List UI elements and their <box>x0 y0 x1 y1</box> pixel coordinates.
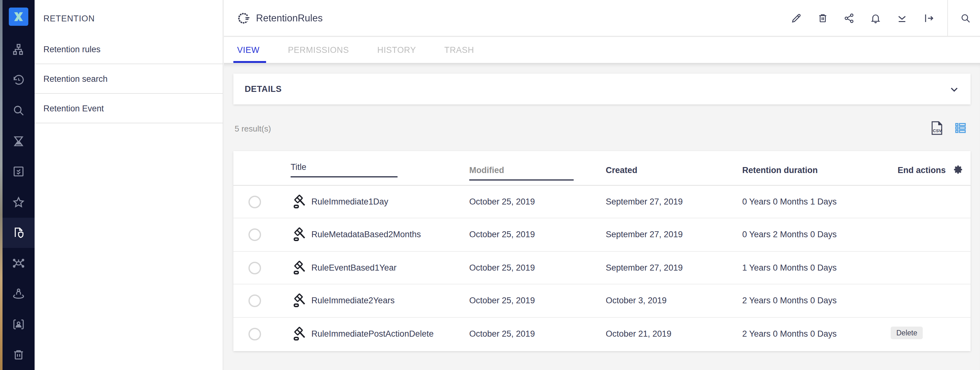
trash-icon[interactable] <box>3 340 35 370</box>
sidebar-item-retention-rules[interactable]: Retention rules <box>35 35 223 64</box>
retention-rule-gavel-icon <box>293 228 308 242</box>
rule-modified: October 25, 2019 <box>469 230 535 239</box>
retention-sidebar: RETENTION Retention rules Retention sear… <box>35 0 223 370</box>
rule-modified: October 25, 2019 <box>469 329 535 338</box>
results-table: Title Modified Created Retention duratio… <box>233 151 970 351</box>
table-row[interactable]: RuleMetadataBased2Months October 25, 201… <box>233 218 970 252</box>
results-toolbar: 5 result(s) CSV <box>235 123 970 135</box>
rule-title[interactable]: RuleImmediate2Years <box>311 296 395 305</box>
content-area: DETAILS 5 result(s) CSV Title Modified C… <box>224 63 980 370</box>
page-title: RetentionRules <box>256 12 323 24</box>
end-action-badge: Delete <box>891 326 923 339</box>
profile-card-icon[interactable] <box>3 309 35 340</box>
row-select-radio[interactable] <box>248 327 261 340</box>
table-row[interactable]: RuleEventBased1Year October 25, 2019 Sep… <box>233 252 970 285</box>
rule-title[interactable]: RuleMetadataBased2Months <box>311 230 421 239</box>
sidebar-title: RETENTION <box>35 0 223 35</box>
app-rail <box>3 0 35 370</box>
tab-trash[interactable]: TRASH <box>444 37 474 63</box>
document-header: RetentionRules <box>224 0 980 37</box>
favorites-star-icon[interactable] <box>3 187 35 217</box>
row-select-radio[interactable] <box>248 295 261 307</box>
user-location-icon[interactable] <box>3 278 35 309</box>
details-accordion[interactable]: DETAILS <box>233 73 970 104</box>
retention-rule-gavel-icon <box>293 293 308 308</box>
tasks-icon[interactable] <box>3 156 35 187</box>
sidebar-item-retention-search[interactable]: Retention search <box>35 64 223 94</box>
retention-rule-gavel-icon <box>293 260 308 276</box>
table-header-row: Title Modified Created Retention duratio… <box>233 151 970 186</box>
rule-modified: October 25, 2019 <box>469 263 535 273</box>
tab-history[interactable]: HISTORY <box>377 37 416 63</box>
edit-pencil-icon[interactable] <box>791 13 802 24</box>
export-icon[interactable] <box>923 13 934 24</box>
history-icon[interactable] <box>3 65 35 95</box>
rule-duration: 2 Years 0 Months 0 Days <box>742 296 837 305</box>
rule-duration: 0 Years 0 Months 1 Days <box>742 197 837 206</box>
search-icon[interactable] <box>3 95 35 126</box>
column-settings-gear-icon[interactable] <box>953 164 964 175</box>
rule-duration: 1 Years 0 Months 0 Days <box>742 263 837 273</box>
column-header-retention-duration[interactable]: Retention duration <box>742 166 818 175</box>
workflow-network-icon[interactable] <box>3 248 35 278</box>
chevron-down-icon <box>949 84 959 94</box>
rule-modified: October 25, 2019 <box>469 197 535 206</box>
retention-shield-doc-icon[interactable] <box>3 217 35 248</box>
delete-trash-icon[interactable] <box>817 13 829 24</box>
table-row[interactable]: RuleImmediate1Day October 25, 2019 Septe… <box>233 186 970 218</box>
table-row[interactable]: RuleImmediatePostActionDelete October 25… <box>233 317 970 351</box>
rule-created: October 3, 2019 <box>606 296 667 305</box>
main-panel: RetentionRules VIEW PERMISSIONS HISTORY … <box>224 0 980 370</box>
tab-view[interactable]: VIEW <box>237 37 259 63</box>
column-header-modified[interactable]: Modified <box>469 166 574 180</box>
result-count: 5 result(s) <box>235 124 271 133</box>
header-divider <box>947 0 948 36</box>
row-select-radio[interactable] <box>248 196 261 208</box>
notifications-bell-icon[interactable] <box>870 13 881 24</box>
rule-title[interactable]: RuleImmediate1Day <box>311 197 388 206</box>
share-icon[interactable] <box>843 13 855 24</box>
column-header-title[interactable]: Title <box>291 162 398 177</box>
document-tabs: VIEW PERMISSIONS HISTORY TRASH <box>224 37 980 63</box>
tab-permissions[interactable]: PERMISSIONS <box>288 37 349 63</box>
table-view-icon[interactable] <box>954 121 967 134</box>
export-csv-icon[interactable]: CSV <box>931 121 943 135</box>
table-row[interactable]: RuleImmediate2Years October 25, 2019 Oct… <box>233 284 970 317</box>
rule-created: September 27, 2019 <box>606 263 683 273</box>
download-icon[interactable] <box>896 13 908 24</box>
svg-text:CSV: CSV <box>933 128 942 133</box>
hourglass-icon[interactable] <box>3 126 35 156</box>
document-actions <box>791 0 934 37</box>
global-search-icon[interactable] <box>960 13 971 24</box>
app-window: RETENTION Retention rules Retention sear… <box>0 0 980 370</box>
row-select-radio[interactable] <box>248 229 261 241</box>
retention-rule-gavel-icon <box>293 326 308 341</box>
details-label: DETAILS <box>245 85 282 94</box>
rule-title[interactable]: RuleEventBased1Year <box>311 263 396 273</box>
row-select-radio[interactable] <box>248 262 261 274</box>
column-header-created[interactable]: Created <box>606 166 638 175</box>
rule-modified: October 25, 2019 <box>469 296 535 305</box>
desktop-background-sliver <box>0 0 3 370</box>
rule-title[interactable]: RuleImmediatePostActionDelete <box>311 329 434 338</box>
rule-created: September 27, 2019 <box>606 197 683 206</box>
browse-tree-icon[interactable] <box>3 34 35 65</box>
sidebar-item-retention-event[interactable]: Retention Event <box>35 94 223 123</box>
dotted-folder-icon <box>237 11 251 25</box>
rule-duration: 2 Years 0 Months 0 Days <box>742 329 837 338</box>
column-header-end-actions[interactable]: End actions <box>897 166 946 175</box>
rule-created: September 27, 2019 <box>606 230 683 239</box>
nuxeo-logo[interactable] <box>9 8 28 26</box>
rule-duration: 0 Years 2 Months 0 Days <box>742 230 837 239</box>
retention-rule-gavel-icon <box>293 195 308 209</box>
rule-created: October 21, 2019 <box>606 329 671 338</box>
